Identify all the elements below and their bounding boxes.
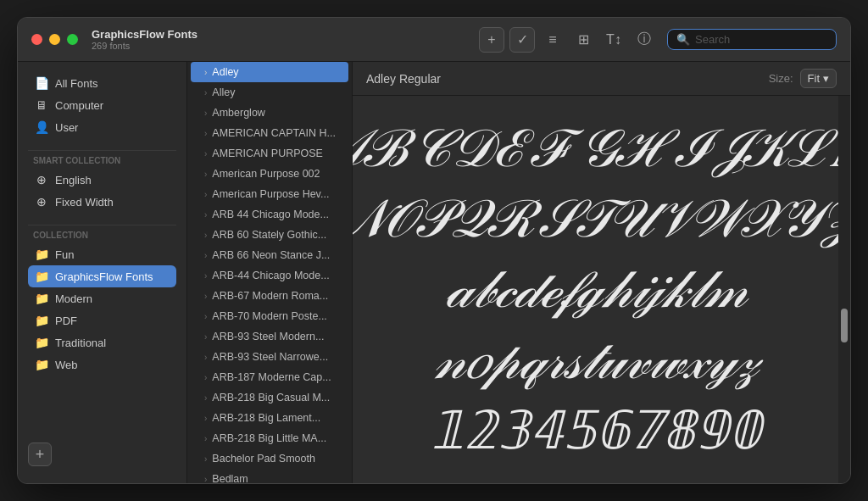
collection-label: Collection: [28, 231, 176, 240]
app-window: GraphicsFlow Fonts 269 fonts + ✓ ≡ ⊞ T↕ …: [17, 17, 851, 484]
sidebar-item-user[interactable]: 👤 User: [28, 116, 176, 138]
font-list-item[interactable]: ›ARB 60 Stately Gothic...: [191, 225, 348, 245]
chevron-right-icon: ›: [204, 170, 207, 179]
chevron-right-icon: ›: [204, 454, 207, 464]
sidebar-item-pdf[interactable]: 📁 PDF: [28, 309, 176, 331]
sidebar-item-all-fonts[interactable]: 📄 All Fonts: [28, 72, 176, 94]
font-list-item[interactable]: ›American Purpose 002: [191, 164, 348, 184]
sidebar-item-label: Traditional: [55, 337, 106, 349]
toolbar-icons: + ✓ ≡ ⊞ T↕ ⓘ: [479, 27, 657, 53]
font-list-item[interactable]: ›ARB-44 Chicago Mode...: [191, 265, 348, 286]
search-bar[interactable]: 🔍: [667, 29, 837, 50]
font-list-item[interactable]: ›ARB-218 Big Lament...: [191, 408, 348, 428]
font-name: ARB-218 Big Little MA...: [212, 432, 326, 444]
font-list-item[interactable]: ›ARB-70 Modern Poste...: [191, 306, 348, 326]
font-list-item[interactable]: ›ARB-93 Steel Narrowe...: [191, 347, 348, 367]
checkmark-button[interactable]: ✓: [509, 27, 535, 53]
close-button[interactable]: [31, 34, 42, 45]
font-list[interactable]: ›Adley›Alley›Amberglow›AMERICAN CAPTAIN …: [187, 62, 353, 483]
fixed-width-icon: ⊕: [35, 195, 48, 209]
font-list-item[interactable]: ›Bedlam: [191, 469, 348, 483]
chevron-right-icon: ›: [204, 231, 207, 240]
font-list-item[interactable]: ›Alley: [191, 82, 348, 103]
font-name: American Purpose Hev...: [212, 188, 329, 200]
graphicsflow-folder-icon: 📁: [35, 270, 48, 283]
font-list-item[interactable]: ›Adley: [191, 62, 348, 82]
font-name: ARB-67 Modern Roma...: [212, 290, 328, 302]
sidebar-item-fixed-width[interactable]: ⊕ Fixed Width: [28, 191, 176, 213]
sidebar-item-web[interactable]: 📁 Web: [28, 353, 176, 376]
font-list-item[interactable]: ›American Purpose Hev...: [191, 184, 348, 204]
preview-header: Adley Regular Size: Fit ▾: [353, 62, 850, 96]
font-name: Amberglow: [212, 107, 265, 119]
chevron-right-icon: ›: [204, 190, 207, 199]
font-list-item[interactable]: ›ARB-67 Modern Roma...: [191, 286, 348, 306]
chevron-right-icon: ›: [204, 109, 207, 118]
all-fonts-icon: 📄: [35, 76, 48, 90]
chevron-right-icon: ›: [204, 68, 207, 77]
chevron-right-icon: ›: [204, 393, 207, 403]
sidebar-item-label: All Fonts: [55, 77, 98, 90]
add-collection-button[interactable]: +: [28, 443, 52, 466]
sidebar-item-fun[interactable]: 📁 Fun: [28, 243, 176, 265]
scrollbar-thumb[interactable]: [841, 309, 848, 342]
font-list-item[interactable]: ›AMERICAN CAPTAIN H...: [191, 123, 348, 143]
list-view-icon[interactable]: ≡: [540, 27, 565, 53]
title-info: GraphicsFlow Fonts 269 fonts: [92, 28, 198, 51]
sidebar: 📄 All Fonts 🖥 Computer 👤 User Smart Coll…: [18, 62, 187, 483]
window-controls: [31, 34, 78, 45]
sidebar-item-label: GraphicsFlow Fonts: [55, 270, 153, 283]
sidebar-item-label: PDF: [55, 315, 77, 327]
font-list-item[interactable]: ›ARB 44 Chicago Mode...: [191, 204, 348, 225]
font-list-item[interactable]: ›ARB-218 Big Casual M...: [191, 387, 348, 408]
font-name: ARB-44 Chicago Mode...: [212, 270, 329, 281]
preview-scrollbar[interactable]: [838, 96, 850, 483]
font-name: ARB 66 Neon Stance J...: [212, 249, 330, 261]
user-icon: 👤: [35, 120, 48, 134]
font-name: AMERICAN CAPTAIN H...: [212, 127, 336, 139]
chevron-right-icon: ›: [204, 251, 207, 260]
app-body: 📄 All Fonts 🖥 Computer 👤 User Smart Coll…: [18, 62, 850, 483]
preview-lowercase-2: 𝓃𝑜𝓅𝓆𝓇𝓈𝓉𝓊𝓋𝓌𝓍𝓎𝓏: [434, 329, 758, 392]
font-list-item[interactable]: ›ARB-93 Steel Modern...: [191, 326, 348, 347]
sidebar-item-traditional[interactable]: 📁 Traditional: [28, 331, 176, 353]
sidebar-item-computer[interactable]: 🖥 Computer: [28, 94, 176, 116]
collection-section: Collection 📁 Fun 📁 GraphicsFlow Fonts 📁 …: [18, 231, 186, 376]
font-name: American Purpose 002: [212, 168, 320, 180]
chevron-right-icon: ›: [204, 414, 207, 423]
font-list-item[interactable]: ›ARB-218 Big Little MA...: [191, 428, 348, 448]
font-list-item[interactable]: ›Amberglow: [191, 103, 348, 123]
font-name: Bachelor Pad Smooth: [212, 453, 315, 465]
font-list-item[interactable]: ›Bachelor Pad Smooth: [191, 448, 348, 469]
sidebar-item-modern[interactable]: 📁 Modern: [28, 287, 176, 309]
info-icon[interactable]: ⓘ: [632, 27, 657, 53]
sidebar-item-graphicsflow[interactable]: 📁 GraphicsFlow Fonts: [28, 265, 176, 287]
font-name: ARB-70 Modern Poste...: [212, 310, 326, 322]
minimize-button[interactable]: [49, 34, 60, 45]
type-size-icon[interactable]: T↕: [601, 27, 626, 53]
chevron-right-icon: ›: [204, 129, 207, 138]
font-count: 269 fonts: [92, 41, 198, 51]
sidebar-item-label: Fixed Width: [55, 196, 114, 209]
size-label: Size:: [769, 72, 793, 85]
font-list-item[interactable]: ›ARB-187 Moderne Cap...: [191, 367, 348, 387]
size-dropdown[interactable]: Fit ▾: [800, 69, 837, 88]
fonts-section: 📄 All Fonts 🖥 Computer 👤 User: [18, 72, 186, 138]
chevron-right-icon: ›: [204, 271, 207, 281]
size-value: Fit: [808, 72, 820, 85]
sidebar-item-english[interactable]: ⊕ English: [28, 169, 176, 191]
chevron-down-icon: ▾: [823, 72, 829, 85]
add-button[interactable]: +: [479, 27, 504, 53]
font-list-item[interactable]: ›ARB 66 Neon Stance J...: [191, 245, 348, 265]
sidebar-item-label: Web: [55, 359, 78, 371]
smart-collection-section: Smart Collection ⊕ English ⊕ Fixed Width: [18, 156, 186, 213]
chevron-right-icon: ›: [204, 353, 207, 362]
search-input[interactable]: [695, 33, 827, 46]
grid-view-icon[interactable]: ⊞: [570, 27, 596, 53]
maximize-button[interactable]: [67, 34, 78, 45]
font-list-item[interactable]: ›AMERICAN PURPOSE: [191, 143, 348, 164]
preview-panel: Adley Regular Size: Fit ▾ 𝒜ℬ𝒞𝒟ℰℱ𝒢ℋℐ𝒥𝒦ℒ𝑀 …: [353, 62, 850, 483]
font-name: Bedlam: [212, 473, 248, 483]
preview-font-name: Adley Regular: [366, 72, 441, 86]
separator-2: [28, 225, 176, 225]
